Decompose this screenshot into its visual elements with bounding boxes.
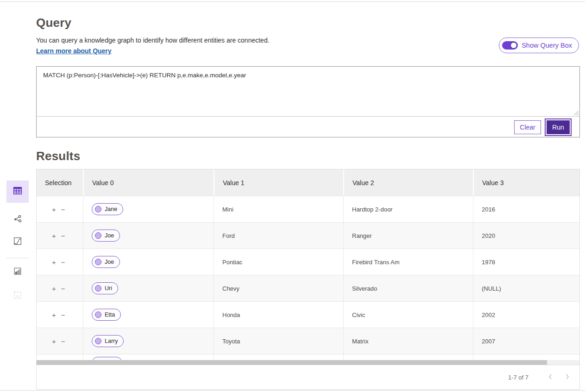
- table-row: + − Etta Honda Civic 2002: [37, 301, 579, 328]
- value2-cell: Ranger: [343, 223, 473, 249]
- remove-from-selection-button[interactable]: −: [61, 338, 65, 345]
- selection-cell: + −: [37, 196, 83, 222]
- query-page: Query You can query a knowledge graph to…: [0, 0, 585, 392]
- value2-cell: Firebird Trans Am: [343, 249, 473, 275]
- next-page-button[interactable]: [562, 372, 573, 383]
- pagination-range-label: 1-7 of 7: [508, 374, 528, 381]
- map-view-tab[interactable]: [6, 231, 29, 253]
- add-to-selection-button[interactable]: +: [52, 338, 56, 345]
- toggle-knob: [510, 42, 517, 49]
- previous-page-button[interactable]: [545, 372, 556, 383]
- entity-chip-label: Joe: [105, 232, 114, 239]
- table-row: + − Jane Mini Hardtop 2-door 2016: [37, 196, 579, 222]
- value1-cell: Ford: [214, 223, 343, 249]
- add-to-selection-button[interactable]: +: [52, 285, 56, 292]
- query-panel: MATCH (p:Person)-[:HasVehicle]->(e) RETU…: [36, 66, 580, 137]
- learn-more-link[interactable]: Learn more about Query: [36, 47, 112, 55]
- query-editor-wrap: MATCH (p:Person)-[:HasVehicle]->(e) RETU…: [37, 67, 579, 117]
- results-title: Results: [36, 149, 80, 163]
- selection-cell: + −: [37, 223, 83, 249]
- column-header: Value 1: [214, 169, 343, 196]
- toggle-switch-icon: [502, 41, 518, 50]
- entity-chip[interactable]: Joe: [92, 256, 120, 268]
- value3-cell: 2020: [473, 223, 579, 249]
- selection-tools-tab[interactable]: [6, 285, 29, 307]
- remove-from-selection-button[interactable]: −: [61, 259, 65, 266]
- query-input[interactable]: MATCH (p:Person)-[:HasVehicle]->(e) RETU…: [37, 67, 579, 116]
- value3-cell: 2007: [473, 328, 579, 354]
- query-panel-footer: Clear Run: [37, 117, 579, 137]
- value0-cell: Uri: [83, 275, 214, 301]
- run-button[interactable]: Run: [547, 120, 570, 134]
- selection-cell: + −: [37, 249, 83, 275]
- value0-cell: Jane: [83, 196, 214, 222]
- value0-cell: Larry: [83, 328, 214, 354]
- clear-button[interactable]: Clear: [514, 120, 541, 134]
- entity-node-icon: [95, 285, 101, 292]
- column-header: Value 2: [343, 169, 473, 196]
- selection-cell: + −: [37, 302, 83, 328]
- link-chart-icon: [13, 214, 23, 226]
- entity-chip-label: Joe: [105, 259, 114, 265]
- table-body: + − Jane Mini Hardtop 2-door 2016 + − Jo…: [37, 196, 579, 354]
- add-to-map-icon: [13, 266, 23, 278]
- entity-chip[interactable]: Jane: [92, 203, 123, 215]
- chevron-left-icon: [548, 373, 553, 381]
- entity-node-icon: [95, 311, 101, 318]
- value2-cell: Matrix: [343, 328, 473, 354]
- view-switcher-rail: [6, 180, 29, 307]
- value0-cell: Joe: [83, 249, 214, 275]
- entity-chip[interactable]: Joe: [92, 230, 120, 242]
- value3-cell: 2002: [473, 302, 579, 328]
- table-view-tab[interactable]: [6, 180, 29, 203]
- table-header-row: SelectionValue 0Value 1Value 2Value 3: [37, 169, 579, 196]
- selection-cell: + −: [37, 275, 83, 301]
- entity-chip-label: Etta: [105, 311, 115, 318]
- map-view-icon: [13, 236, 23, 248]
- show-query-box-toggle[interactable]: Show Query Box: [499, 37, 579, 53]
- link-chart-tab[interactable]: [6, 209, 29, 231]
- bottom-divider: [0, 390, 585, 391]
- results-table: SelectionValue 0Value 1Value 2Value 3 + …: [36, 169, 580, 390]
- remove-from-selection-button[interactable]: −: [61, 311, 65, 318]
- selection-cell: + −: [37, 328, 83, 354]
- value1-cell: Pontiac: [214, 249, 343, 275]
- remove-from-selection-button[interactable]: −: [61, 285, 65, 292]
- remove-from-selection-button[interactable]: −: [61, 232, 65, 239]
- column-header: Value 0: [83, 169, 214, 196]
- table-row: + − Larry Toyota Matrix 2007: [37, 328, 579, 354]
- add-to-selection-button[interactable]: +: [52, 311, 56, 318]
- table-row: + − Joe Pontiac Firebird Trans Am 1978: [37, 249, 579, 275]
- add-to-selection-button[interactable]: +: [52, 259, 56, 266]
- add-to-selection-button[interactable]: +: [52, 232, 56, 239]
- selection-tools-icon: [13, 290, 23, 302]
- table-row: + − Joe Ford Ranger 2020: [37, 222, 579, 249]
- value3-cell: (NULL): [473, 275, 579, 301]
- entity-node-icon: [95, 259, 101, 265]
- column-header: Selection: [37, 169, 83, 196]
- entity-chip[interactable]: Uri: [92, 282, 118, 294]
- chevron-right-icon: [565, 373, 570, 381]
- rail-divider: [6, 258, 29, 258]
- entity-chip[interactable]: Larry: [92, 335, 124, 347]
- entity-node-icon: [95, 206, 101, 212]
- value1-cell: Mini: [214, 196, 343, 222]
- value3-cell: 2016: [473, 196, 579, 222]
- page-description: You can query a knowledge graph to ident…: [36, 37, 270, 44]
- horizontal-scrollbar[interactable]: [37, 360, 579, 365]
- value1-cell: Toyota: [214, 328, 343, 354]
- table-view-icon: [12, 185, 23, 198]
- entity-chip[interactable]: Etta: [92, 309, 121, 321]
- entity-chip-label: Uri: [105, 285, 112, 292]
- horizontal-scrollbar-thumb[interactable]: [37, 360, 547, 365]
- entity-chip-label: Larry: [105, 338, 118, 344]
- table-row: + − Uri Chevy Silverado (NULL): [37, 275, 579, 301]
- value2-cell: Civic: [343, 302, 473, 328]
- top-divider: [0, 1, 585, 2]
- entity-chip-partial[interactable]: [92, 357, 122, 360]
- add-to-selection-button[interactable]: +: [52, 206, 56, 213]
- add-to-map-tab[interactable]: [6, 263, 29, 281]
- remove-from-selection-button[interactable]: −: [61, 206, 65, 213]
- value2-cell: Hardtop 2-door: [343, 196, 473, 222]
- value0-cell: Joe: [83, 223, 214, 249]
